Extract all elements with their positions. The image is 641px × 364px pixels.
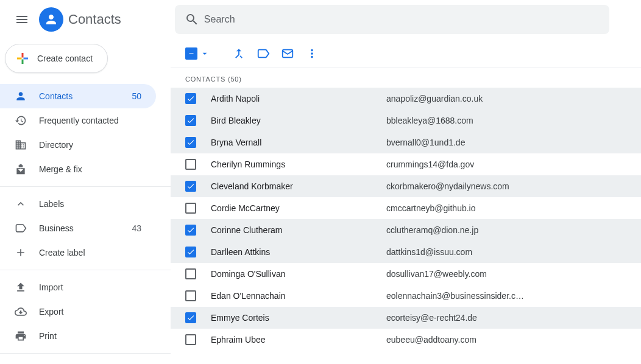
contact-row[interactable]: Corinne Clutheramcclutheramq@dion.ne.jp xyxy=(171,219,641,241)
contact-row[interactable]: Ardith Napolianapoliz@guardian.co.uk xyxy=(171,88,641,110)
sidebar-item-merge[interactable]: Merge & fix xyxy=(0,157,156,181)
sidebar-item-frequent[interactable]: Frequently contacted xyxy=(0,108,156,133)
contact-row[interactable]: Cleveland Korbmakerckorbmakero@nydailyne… xyxy=(171,175,641,197)
row-checkbox[interactable] xyxy=(185,93,196,104)
sidebar-item-directory[interactable]: Directory xyxy=(0,133,156,157)
row-checkbox[interactable] xyxy=(185,115,196,126)
contact-row[interactable]: Ephraim Ubeeeubeeu@addtoany.com xyxy=(171,329,641,351)
more-vert-icon xyxy=(305,47,319,60)
sidebar: Create contact Contacts50Frequently cont… xyxy=(0,39,171,364)
export-button[interactable]: Export xyxy=(0,299,156,324)
row-checkbox[interactable] xyxy=(185,181,196,192)
labels-header-label: Labels xyxy=(39,199,141,209)
import-label: Import xyxy=(39,282,141,292)
contact-email: bbleakleya@1688.com xyxy=(386,116,533,125)
labels-header[interactable]: Labels xyxy=(0,192,156,216)
hamburger-icon xyxy=(15,12,29,27)
label-icon xyxy=(257,47,270,60)
sidebar-item-label: Frequently contacted xyxy=(39,116,141,125)
contact-name: Darlleen Attkins xyxy=(211,247,386,257)
contact-email: dosullivan17@weebly.com xyxy=(386,269,533,279)
sidebar-label-count: 43 xyxy=(132,223,141,233)
create-label-label: Create label xyxy=(39,248,141,257)
contact-email: anapoliz@guardian.co.uk xyxy=(386,94,533,103)
main-menu-button[interactable] xyxy=(7,5,37,34)
selection-dropdown[interactable] xyxy=(185,47,210,60)
row-checkbox[interactable] xyxy=(185,137,196,148)
contact-email: crummings14@fda.gov xyxy=(386,159,533,169)
contact-row[interactable]: Bird Bleakleybbleakleya@1688.com xyxy=(171,110,641,131)
row-checkbox[interactable] xyxy=(185,290,196,301)
contact-row[interactable]: Darlleen Attkinsdattkins1d@issuu.com xyxy=(171,241,641,263)
contact-name: Edan O'Lennachain xyxy=(211,291,386,301)
contact-email: cmccartneyb@github.io xyxy=(386,203,533,213)
row-checkbox[interactable] xyxy=(185,159,196,170)
row-checkbox[interactable] xyxy=(185,247,196,257)
contact-row[interactable]: Dominga O'Sullivandosullivan17@weebly.co… xyxy=(171,263,641,285)
contact-name: Corinne Clutheram xyxy=(211,225,386,235)
divider xyxy=(0,270,171,270)
row-checkbox[interactable] xyxy=(185,225,196,236)
sidebar-label-business[interactable]: Business43 xyxy=(0,216,156,240)
contact-row[interactable]: Cherilyn Rummingscrummings14@fda.gov xyxy=(171,153,641,175)
create-contact-button[interactable]: Create contact xyxy=(5,44,108,73)
row-checkbox[interactable] xyxy=(185,268,196,279)
upload-icon xyxy=(15,281,27,293)
email-button[interactable] xyxy=(275,41,300,66)
export-label: Export xyxy=(39,307,141,317)
print-label: Print xyxy=(39,331,141,341)
contact-email: cclutheramq@dion.ne.jp xyxy=(386,225,533,235)
contact-row[interactable]: Emmye Corteisecorteisy@e-recht24.de xyxy=(171,307,641,329)
create-contact-label: Create contact xyxy=(37,54,93,63)
merge-icon xyxy=(232,47,246,60)
search-button[interactable] xyxy=(180,7,204,32)
indeterminate-checkbox-icon xyxy=(185,47,197,60)
row-checkbox[interactable] xyxy=(185,312,196,323)
sidebar-item-label: Directory xyxy=(39,140,141,150)
contact-row[interactable]: Bryna Vernallbvernall0@1und1.de xyxy=(171,131,641,153)
contact-name: Ardith Napoli xyxy=(211,94,386,103)
row-checkbox[interactable] xyxy=(185,334,196,345)
divider xyxy=(0,186,171,187)
caret-down-icon xyxy=(200,49,210,58)
chevron-up-icon xyxy=(15,198,27,210)
merge-button[interactable] xyxy=(227,41,251,66)
selection-toolbar xyxy=(171,39,641,68)
sidebar-item-contacts[interactable]: Contacts50 xyxy=(0,84,156,108)
contact-name: Ephraim Ubee xyxy=(211,335,386,345)
more-actions-button[interactable] xyxy=(300,41,324,66)
sidebar-item-label: Merge & fix xyxy=(39,164,141,174)
print-button[interactable]: Print xyxy=(0,324,156,348)
plus-multicolor-icon xyxy=(15,51,30,66)
search-input[interactable] xyxy=(204,5,604,34)
contact-email: eolennachain3@businessinsider.c… xyxy=(386,291,533,301)
header: Contacts xyxy=(0,0,641,39)
contact-email: dattkins1d@issuu.com xyxy=(386,247,533,257)
contact-name: Emmye Corteis xyxy=(211,313,386,323)
app-logo[interactable]: Contacts xyxy=(39,7,121,32)
sidebar-label-text: Business xyxy=(39,223,132,233)
create-label-button[interactable]: Create label xyxy=(0,240,156,265)
contact-row[interactable]: Edan O'Lennachaineolennachain3@businessi… xyxy=(171,285,641,307)
contact-name: Bryna Vernall xyxy=(211,138,386,147)
contacts-logo-icon xyxy=(39,7,63,32)
label-button[interactable] xyxy=(251,41,275,66)
app-title: Contacts xyxy=(68,12,121,27)
import-button[interactable]: Import xyxy=(0,275,156,299)
plus-icon xyxy=(15,247,27,259)
contact-email: ckorbmakero@nydailynews.com xyxy=(386,181,533,191)
contact-email: bvernall0@1und1.de xyxy=(386,138,533,147)
mergefix-icon xyxy=(15,163,27,175)
contact-name: Cleveland Korbmaker xyxy=(211,181,386,191)
contact-row[interactable]: Cordie McCartneycmccartneyb@github.io xyxy=(171,197,641,219)
contact-name: Cordie McCartney xyxy=(211,203,386,213)
domain-icon xyxy=(15,139,27,151)
contact-name: Cherilyn Rummings xyxy=(211,159,386,169)
row-checkbox[interactable] xyxy=(185,203,196,214)
email-icon xyxy=(281,47,294,60)
divider xyxy=(0,353,171,354)
sidebar-item-label: Contacts xyxy=(39,91,132,101)
search-bar[interactable] xyxy=(175,5,609,34)
contact-name: Dominga O'Sullivan xyxy=(211,269,386,279)
contact-name: Bird Bleakley xyxy=(211,116,386,125)
